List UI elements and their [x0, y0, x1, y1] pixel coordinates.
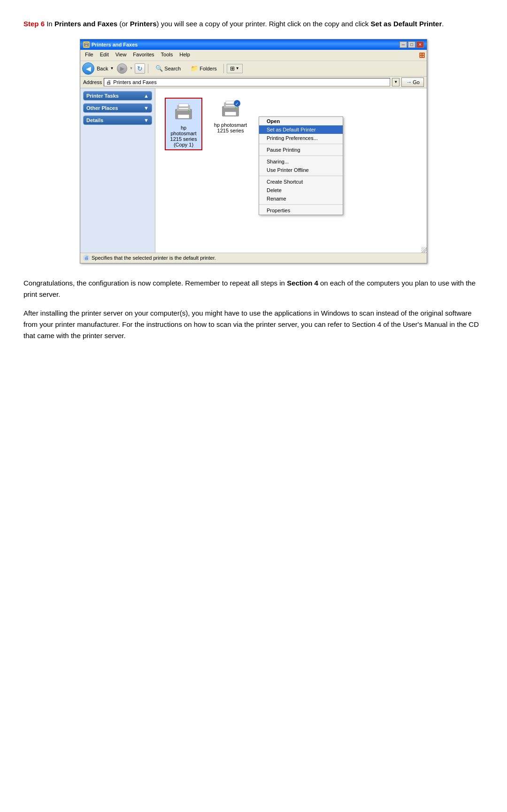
other-places-header[interactable]: Other Places ▼	[84, 104, 152, 112]
ctx-sep-3	[259, 176, 343, 176]
printers-faxes-label: Printers and Faxes	[54, 20, 117, 28]
statusbar-icon: 🖨	[83, 255, 90, 261]
ctx-sep-4	[259, 204, 343, 205]
menu-view[interactable]: View	[113, 51, 130, 60]
details-header[interactable]: Details ▼	[84, 116, 152, 124]
address-field[interactable]: 🖨 Printers and Faxes	[104, 78, 390, 86]
svg-rect-8	[179, 104, 188, 107]
back-label: Back	[97, 66, 108, 71]
ctx-properties[interactable]: Properties	[259, 206, 343, 215]
body-para1-text: Congratulations, the configuration is no…	[23, 279, 287, 287]
windows-logo-icon: ⊞	[419, 51, 425, 60]
menu-file[interactable]: File	[82, 51, 96, 60]
ctx-sharing[interactable]: Sharing...	[259, 157, 343, 166]
address-label: Address	[83, 79, 102, 85]
ctx-sep-2	[259, 155, 343, 156]
address-printer-icon: 🖨	[106, 79, 111, 85]
maximize-button[interactable]: □	[408, 41, 415, 48]
printer-tasks-header[interactable]: Printer Tasks ▲	[84, 92, 152, 100]
svg-rect-12	[226, 105, 235, 106]
view-button[interactable]: ⊞ ▼	[227, 64, 243, 73]
address-bar: Address 🖨 Printers and Faxes ▼ → Go	[80, 77, 427, 88]
printer-item-copy[interactable]: hp photosmart1215 series(Copy 1)	[165, 98, 202, 150]
intro-text3: ) you will see a copy of your printer. R…	[156, 20, 370, 28]
set-default-label: Set as Default Printer	[371, 20, 442, 28]
titlebar-left: Printers and Faxes	[83, 41, 138, 48]
window-icon	[83, 41, 90, 48]
folders-button[interactable]: 📁 Folders	[187, 64, 221, 73]
search-icon: 🔍	[155, 65, 163, 72]
content-area: hp photosmart1215 series(Copy 1)	[155, 88, 427, 253]
titlebar: Printers and Faxes ─ □ ✕	[80, 39, 427, 50]
printers-faxes-window: Printers and Faxes ─ □ ✕ File Edit View …	[80, 39, 427, 263]
printer-tasks-section: Printer Tasks ▲	[83, 91, 152, 101]
step-label: Step 6	[23, 20, 45, 28]
svg-rect-14	[226, 101, 235, 104]
menu-favorites[interactable]: Favorites	[130, 51, 157, 60]
folders-label: Folders	[200, 66, 217, 71]
refresh-button[interactable]: ↻	[135, 63, 145, 74]
printers-label: Printers	[130, 20, 157, 28]
ctx-offline[interactable]: Use Printer Offline	[259, 166, 343, 174]
folders-icon: 📁	[191, 65, 198, 72]
ctx-open[interactable]: Open	[259, 117, 343, 125]
other-places-collapse-icon: ▼	[144, 105, 149, 111]
svg-rect-11	[225, 112, 236, 116]
forward-button[interactable]: ▶	[117, 63, 127, 74]
body-para-1: Congratulations, the configuration is no…	[23, 278, 484, 300]
printer-original-label: hp photosmart1215 series	[214, 122, 247, 133]
ctx-sep-1	[259, 144, 343, 144]
menu-edit[interactable]: Edit	[97, 51, 112, 60]
context-menu: Open Set as Default Printer Printing Pre…	[259, 116, 343, 215]
toolbar-separator-2	[223, 64, 224, 73]
svg-rect-6	[179, 108, 188, 109]
ctx-delete[interactable]: Delete	[259, 186, 343, 194]
printer-copy-label: hp photosmart1215 series(Copy 1)	[168, 125, 200, 147]
window-title: Printers and Faxes	[92, 42, 138, 47]
other-places-label: Other Places	[86, 105, 118, 111]
menu-tools[interactable]: Tools	[158, 51, 176, 60]
svg-text:✓: ✓	[235, 101, 239, 106]
toolbar: ◀ Back ▼ ▶ ▼ ↻ 🔍 Search 📁 Folders ⊞ ▼	[80, 61, 427, 77]
svg-rect-1	[85, 42, 88, 44]
back-button[interactable]: ◀	[82, 62, 94, 75]
printer-icon-copy	[172, 101, 195, 123]
body-para-2: After installing the printer server on y…	[23, 308, 484, 341]
address-dropdown[interactable]: ▼	[392, 78, 399, 86]
search-button[interactable]: 🔍 Search	[151, 63, 185, 73]
ctx-printing-prefs[interactable]: Printing Preferences...	[259, 134, 343, 142]
fwd-dropdown-arrow[interactable]: ▼	[129, 66, 133, 70]
menu-help[interactable]: Help	[177, 51, 193, 60]
ctx-pause[interactable]: Pause Printing	[259, 146, 343, 154]
svg-rect-5	[178, 115, 189, 118]
ctx-rename[interactable]: Rename	[259, 194, 343, 203]
minimize-button[interactable]: ─	[399, 41, 407, 48]
intro-text4: .	[442, 20, 444, 28]
svg-point-13	[235, 107, 237, 109]
printer-item-original[interactable]: ✓ hp photosmart1215 series	[212, 98, 249, 150]
address-value: Printers and Faxes	[113, 79, 156, 85]
section4-label: Section 4	[287, 279, 318, 287]
resize-handle[interactable]	[421, 247, 427, 253]
svg-rect-2	[85, 45, 87, 46]
view-dropdown-arrow[interactable]: ▼	[236, 66, 239, 70]
main-content: Printer Tasks ▲ Other Places ▼ Details ▼	[80, 88, 427, 253]
search-label: Search	[164, 66, 181, 71]
printer-tasks-collapse-icon: ▲	[144, 93, 149, 99]
window-controls[interactable]: ─ □ ✕	[399, 41, 424, 48]
printer-tasks-label: Printer Tasks	[86, 93, 119, 99]
other-places-section: Other Places ▼	[83, 103, 152, 113]
details-section: Details ▼	[83, 116, 152, 125]
statusbar: 🖨 Specifies that the selected printer is…	[80, 253, 427, 263]
grid-icon: ⊞	[230, 65, 235, 72]
printer-icon-original: ✓	[219, 98, 242, 120]
svg-point-7	[188, 110, 190, 112]
intro-paragraph: Step 6 In Printers and Faxes (or Printer…	[23, 19, 484, 30]
intro-text2: (or	[117, 20, 130, 28]
ctx-set-default[interactable]: Set as Default Printer	[259, 125, 343, 134]
go-button[interactable]: → Go	[401, 77, 424, 87]
back-dropdown-arrow[interactable]: ▼	[110, 66, 114, 70]
menubar: File Edit View Favorites Tools Help ⊞	[80, 50, 427, 61]
ctx-shortcut[interactable]: Create Shortcut	[259, 178, 343, 186]
close-button[interactable]: ✕	[416, 41, 424, 48]
